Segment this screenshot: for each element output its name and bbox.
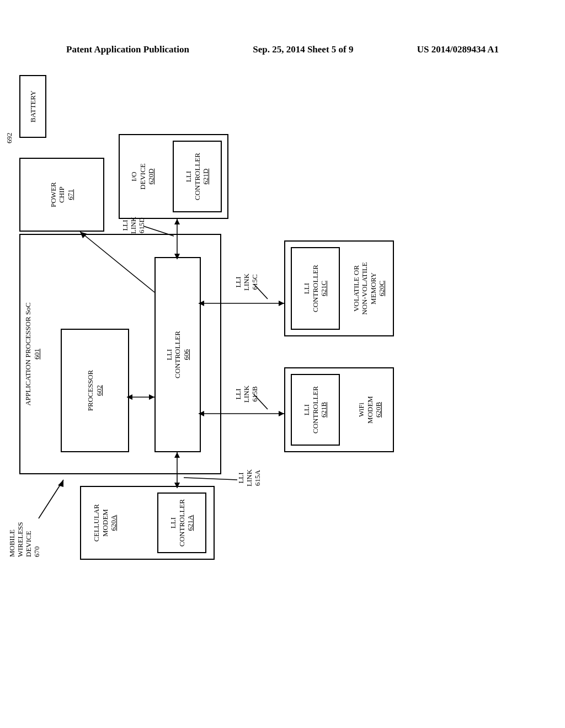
- svg-line-14: [184, 478, 237, 480]
- link-b-label: LLI LINK 615B: [234, 386, 259, 403]
- peripheral-c-controller: LLI CONTROLLER 621C: [291, 247, 340, 330]
- svg-marker-1: [58, 480, 63, 487]
- device-label: MOBILE WIRELESS DEVICE 670: [8, 522, 41, 557]
- peripheral-d-controller: LLI CONTROLLER 621D: [173, 141, 222, 212]
- processor-box: PROCESSOR 602: [61, 329, 129, 452]
- svg-marker-17: [174, 219, 180, 224]
- battery-box: BATTERY: [19, 75, 46, 138]
- svg-marker-24: [279, 301, 284, 306]
- header-center: Sep. 25, 2014 Sheet 5 of 9: [253, 44, 353, 55]
- link-c-label: LLI LINK 615C: [234, 274, 259, 291]
- soc-title: APPLICATION PROCESSOR SoC 601: [24, 238, 41, 470]
- link-d-label: LLI LINK 615D: [121, 217, 146, 234]
- figure-6: FIG. 6 MOBILE WIRELESS DEVICE 670 692 AP…: [8, 188, 494, 540]
- svg-marker-21: [279, 411, 284, 416]
- header-left: Patent Application Publication: [66, 44, 189, 55]
- peripheral-b-controller: LLI CONTROLLER 621B: [291, 374, 340, 446]
- header-right: US 2014/0289434 A1: [417, 44, 499, 55]
- ref-692: 692: [6, 133, 14, 144]
- peripheral-a-controller: LLI CONTROLLER 621A: [157, 493, 206, 553]
- soc-lli-controller: LLI CONTROLLER 606: [154, 257, 201, 452]
- power-chip-box: POWER CHIP 671: [19, 158, 104, 232]
- svg-line-0: [39, 480, 63, 518]
- link-a-label: LLI LINK 615A: [237, 469, 262, 486]
- page-header: Patent Application Publication Sep. 25, …: [66, 44, 499, 55]
